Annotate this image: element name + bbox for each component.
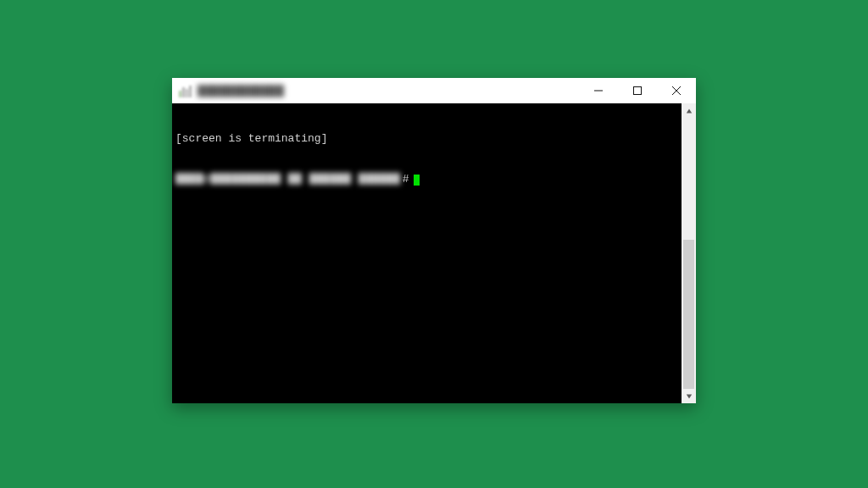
terminal-prompt-symbol: # (403, 173, 409, 186)
svg-marker-5 (686, 394, 691, 398)
close-icon (672, 86, 681, 95)
svg-rect-1 (634, 87, 642, 95)
svg-marker-4 (686, 108, 691, 113)
maximize-button[interactable] (618, 78, 657, 103)
chevron-down-icon (686, 393, 693, 400)
chevron-up-icon (686, 108, 693, 114)
terminal-area[interactable]: [screen is terminating] ████@██████████ … (172, 103, 682, 403)
scrollbar-thumb[interactable] (683, 240, 694, 389)
scroll-up-button[interactable] (682, 103, 696, 118)
vertical-scrollbar[interactable] (682, 103, 696, 403)
minimize-button[interactable] (579, 78, 618, 103)
terminal-window: ████████████ [screen is terminating] ███… (172, 78, 696, 403)
close-button[interactable] (657, 78, 696, 103)
scrollbar-track[interactable] (682, 118, 696, 389)
terminal-prompt-line: ████@██████████ ██ ██████ ██████ # (175, 173, 678, 186)
terminal-cursor (414, 175, 420, 186)
terminal-prompt-user: ████@██████████ ██ ██████ ██████ (175, 173, 401, 186)
minimize-icon (594, 86, 603, 95)
maximize-icon (633, 86, 642, 95)
window-title: ████████████ (198, 85, 284, 97)
window-body: [screen is terminating] ████@██████████ … (172, 103, 696, 403)
window-controls (579, 78, 696, 103)
terminal-output-line: [screen is terminating] (175, 132, 678, 146)
app-icon (179, 84, 192, 97)
titlebar[interactable]: ████████████ (172, 78, 696, 103)
scroll-down-button[interactable] (682, 389, 696, 403)
